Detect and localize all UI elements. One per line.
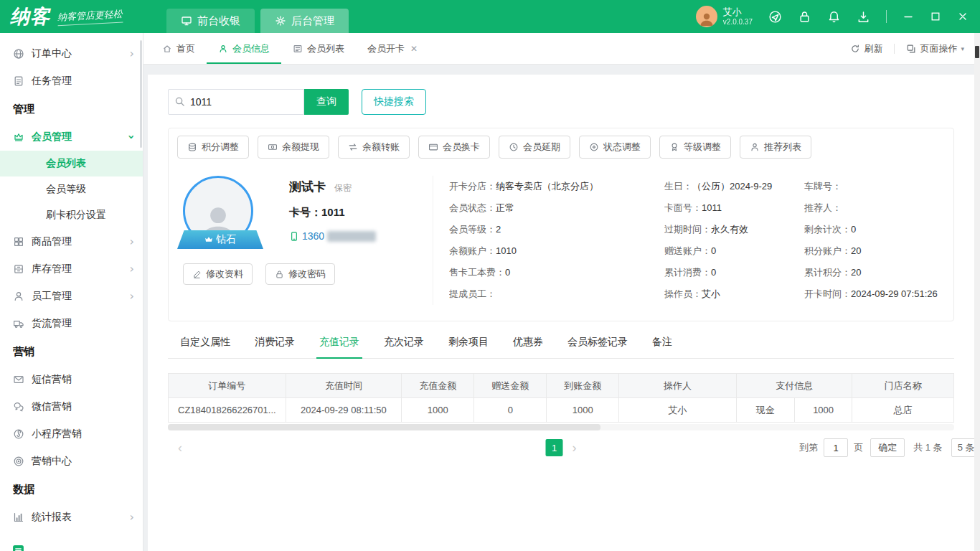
minimize-button[interactable] xyxy=(903,11,914,22)
goto-page-input[interactable] xyxy=(824,438,848,457)
pencil-icon xyxy=(192,270,202,279)
tab-coupons[interactable]: 优惠券 xyxy=(501,336,555,358)
tab-recharge-times-records[interactable]: 充次记录 xyxy=(372,336,436,358)
info-commission-staff: 提成员工： xyxy=(449,288,664,301)
member-search-input[interactable] xyxy=(168,89,304,115)
sidebar-item-card-points-settings[interactable]: 刷卡积分设置 xyxy=(0,202,143,228)
col-payment-info: 支付信息 xyxy=(736,374,852,398)
chevron-right-icon: › xyxy=(130,291,134,302)
scrollbar-thumb[interactable] xyxy=(975,46,979,58)
sidebar-item-label: 订单中心 xyxy=(32,47,72,60)
sidebar-item-order-center[interactable]: 订单中心 › xyxy=(0,40,143,67)
nav-tab-front-cashier[interactable]: 前台收银 xyxy=(166,9,255,33)
quick-search-button[interactable]: 快捷搜索 xyxy=(362,89,426,115)
nav-tab-label: 前台收银 xyxy=(197,14,240,28)
cell-recharge-time: 2024-09-29 08:11:50 xyxy=(286,398,402,423)
main-nav: 前台收银 后台管理 xyxy=(166,0,349,33)
tab-close-icon[interactable]: ✕ xyxy=(410,44,418,54)
envelope-icon xyxy=(13,374,24,385)
next-page-button[interactable]: › xyxy=(573,441,577,456)
official-site-icon[interactable] xyxy=(768,10,782,24)
edit-profile-button[interactable]: 修改资料 xyxy=(183,263,253,285)
nav-tab-backend-management[interactable]: 后台管理 xyxy=(260,9,349,33)
tab-member-info[interactable]: 会员信息 xyxy=(207,33,281,64)
clock-icon xyxy=(509,142,519,152)
sidebar-item-marketing-center[interactable]: 营销中心 xyxy=(0,448,143,475)
tab-member-tag-records[interactable]: 会员标签记录 xyxy=(555,336,640,358)
info-referrer: 推荐人： xyxy=(804,202,945,215)
sidebar-item-member-level[interactable]: 会员等级 xyxy=(0,176,143,202)
tab-recharge-records[interactable]: 充值记录 xyxy=(307,336,372,358)
balance-transfer-button[interactable]: 余额转账 xyxy=(338,136,410,159)
chevron-down-icon: › xyxy=(126,135,138,140)
cell-recharge-amount: 1000 xyxy=(402,398,474,423)
tab-custom-attributes[interactable]: 自定义属性 xyxy=(168,336,242,358)
sidebar-item-staff-management[interactable]: 员工管理 › xyxy=(0,283,143,310)
tab-remarks[interactable]: 备注 xyxy=(640,336,684,358)
sidebar-item-product-management[interactable]: 商品管理 › xyxy=(0,228,143,255)
page-size-select[interactable]: 5 条 ▾ xyxy=(951,438,974,457)
member-card-exchange-button[interactable]: 会员换卡 xyxy=(418,136,490,159)
horizontal-scrollbar-thumb[interactable] xyxy=(168,424,600,430)
sidebar-item-task-management[interactable]: 任务管理 xyxy=(0,67,143,95)
download-icon[interactable] xyxy=(857,10,870,24)
balance-withdraw-button[interactable]: 余额提现 xyxy=(258,136,329,159)
sidebar-scrollbar-thumb[interactable] xyxy=(140,40,142,148)
referral-list-button[interactable]: 推荐列表 xyxy=(740,136,811,159)
globe-icon xyxy=(13,48,24,60)
window-scrollbar[interactable] xyxy=(974,33,980,551)
tab-label: 会员信息 xyxy=(232,42,270,55)
bar-chart-icon xyxy=(13,512,24,523)
page-operations-button[interactable]: 页面操作 ▾ xyxy=(906,42,964,55)
sidebar-section-marketing: 营销 xyxy=(0,337,143,366)
sidebar-item-inventory-management[interactable]: 库存管理 › xyxy=(0,255,143,283)
tab-member-list[interactable]: 会员列表 xyxy=(281,33,356,64)
sidebar-item-member-management[interactable]: 会员管理 › xyxy=(0,123,143,151)
member-card-number: 卡号：1011 xyxy=(289,206,376,220)
user-profile[interactable]: 艾小 v2.0.0.37 xyxy=(696,6,753,27)
sidebar-item-sms-marketing[interactable]: 短信营销 xyxy=(0,366,143,393)
points-adjust-button[interactable]: 积分调整 xyxy=(177,136,249,159)
member-avatar-block: 钻石 xyxy=(177,176,278,246)
change-password-button[interactable]: 修改密码 xyxy=(265,263,335,285)
member-profile-left: 钻石 测试卡 保密 卡号：1011 xyxy=(177,176,421,305)
cabinet-icon xyxy=(13,263,24,275)
maximize-button[interactable] xyxy=(930,11,941,22)
lock-screen-icon[interactable] xyxy=(798,10,811,24)
sidebar-item-label: 货流管理 xyxy=(32,317,72,330)
sidebar-item-label: 商品管理 xyxy=(32,235,72,248)
tab-consumption-records[interactable]: 消费记录 xyxy=(242,336,307,358)
notifications-bell-icon[interactable] xyxy=(827,10,841,24)
tab-member-card-opening[interactable]: 会员开卡 ✕ xyxy=(356,33,429,64)
status-adjust-button[interactable]: 状态调整 xyxy=(579,136,651,159)
info-open-branch: 开卡分店：纳客专卖店（北京分店） xyxy=(449,180,664,193)
tab-label: 会员列表 xyxy=(307,42,344,55)
sidebar-item-logistics-management[interactable]: 货流管理 xyxy=(0,310,143,337)
close-button[interactable] xyxy=(957,11,969,22)
sidebar-item-miniprogram-marketing[interactable]: 小程序营销 xyxy=(0,420,143,448)
level-adjust-button[interactable]: 等级调整 xyxy=(659,136,731,159)
sidebar-item-label: 短信营销 xyxy=(32,373,72,386)
coins-icon xyxy=(187,142,197,152)
sidebar-item-label: 统计报表 xyxy=(32,511,72,524)
sidebar-item-member-list[interactable]: 会员列表 xyxy=(0,151,143,176)
table-row[interactable]: CZ184018266226701... 2024-09-29 08:11:50… xyxy=(169,398,954,423)
tab-home[interactable]: 首页 xyxy=(151,33,207,64)
sidebar: 订单中心 › 任务管理 管理 会员管理 › 会员列表 会员等级 刷卡积分设置 商… xyxy=(0,33,143,551)
prev-page-button[interactable]: ‹ xyxy=(178,441,182,456)
query-button[interactable]: 查询 xyxy=(304,89,349,115)
sidebar-item-wechat-marketing[interactable]: 微信营销 xyxy=(0,393,143,420)
chevron-right-icon: › xyxy=(130,263,134,275)
app-window: 纳客 纳客管店更轻松 前台收银 后台管理 艾小 v2.0.0.37 xyxy=(0,0,980,551)
sidebar-item-label: 员工管理 xyxy=(32,290,72,303)
current-page-button[interactable]: 1 xyxy=(546,439,563,456)
refresh-icon xyxy=(850,44,860,54)
tab-remaining-items[interactable]: 剩余项目 xyxy=(436,336,501,358)
info-points-account: 积分账户：20 xyxy=(804,245,945,258)
refresh-button[interactable]: 刷新 xyxy=(850,42,882,55)
sidebar-item-statistics-reports[interactable]: 统计报表 › xyxy=(0,504,143,531)
confirm-page-button[interactable]: 确定 xyxy=(870,438,905,457)
app-logo: 纳客 xyxy=(10,4,50,29)
member-extension-button[interactable]: 会员延期 xyxy=(499,136,570,159)
member-phone-prefix: 1360 xyxy=(302,230,324,242)
